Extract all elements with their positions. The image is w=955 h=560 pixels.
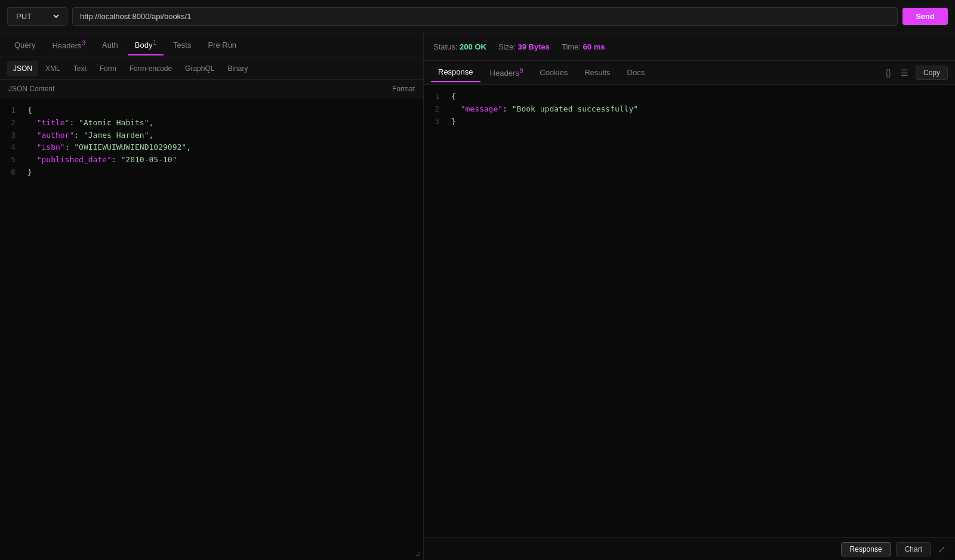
response-line-numbers: 1 2 3 bbox=[424, 91, 445, 531]
size-value: 39 Bytes bbox=[517, 42, 549, 51]
time-item: Time: 60 ms bbox=[562, 42, 605, 51]
sub-tab-form[interactable]: Form bbox=[94, 61, 122, 76]
top-bar: PUT GET POST PATCH DELETE HEAD OPTIONS S… bbox=[0, 0, 955, 33]
sub-tab-json[interactable]: JSON bbox=[7, 61, 38, 76]
method-dropdown[interactable]: PUT GET POST PATCH DELETE HEAD OPTIONS bbox=[14, 11, 61, 21]
url-input[interactable] bbox=[72, 7, 898, 26]
status-label: Status: bbox=[433, 42, 457, 51]
status-value: 200 OK bbox=[460, 42, 486, 51]
response-code-area: 1 2 3 { "message": "Book updated success… bbox=[424, 85, 955, 537]
response-code-body: { "message": "Book updated successfully"… bbox=[445, 91, 644, 531]
headers-badge: 3 bbox=[82, 40, 86, 47]
resp-tab-results[interactable]: Results bbox=[577, 63, 617, 82]
tab-headers[interactable]: Headers3 bbox=[45, 35, 93, 55]
tab-tests[interactable]: Tests bbox=[166, 36, 198, 54]
sub-tab-binary[interactable]: Binary bbox=[221, 61, 254, 76]
expand-icon[interactable]: ⤢ bbox=[936, 542, 948, 556]
resize-handle[interactable]: ⊿ bbox=[415, 549, 421, 558]
sub-tab-form-encode[interactable]: Form-encode bbox=[124, 61, 178, 76]
bottom-chart-button[interactable]: Chart bbox=[896, 542, 931, 556]
tab-pre-run[interactable]: Pre Run bbox=[201, 36, 244, 54]
tab-query[interactable]: Query bbox=[7, 36, 42, 54]
content-label: JSON Content bbox=[8, 85, 54, 93]
resp-tab-actions: {} ☰ Copy bbox=[883, 66, 948, 80]
code-body[interactable]: { "title": "Atomic Habits", "author": "J… bbox=[21, 104, 197, 554]
resp-headers-badge: 9 bbox=[520, 67, 523, 74]
format-json-icon[interactable]: {} bbox=[883, 66, 894, 80]
response-code-lines: 1 2 3 { "message": "Book updated success… bbox=[424, 85, 955, 537]
sub-tab-xml[interactable]: XML bbox=[39, 61, 66, 76]
resp-tab-docs[interactable]: Docs bbox=[620, 63, 652, 82]
line-numbers: 1 2 3 4 5 6 bbox=[0, 104, 21, 554]
code-lines: 1 2 3 4 5 6 { "title": "Atomic Habits", … bbox=[0, 98, 423, 560]
copy-button[interactable]: Copy bbox=[916, 66, 948, 80]
body-type-tabs-bar: JSON XML Text Form Form-encode GraphQL B… bbox=[0, 57, 423, 80]
content-label-bar: JSON Content Format bbox=[0, 80, 423, 98]
tab-body[interactable]: Body1 bbox=[128, 35, 164, 55]
send-button[interactable]: Send bbox=[902, 8, 948, 25]
left-panel: Query Headers3 Auth Body1 Tests Pre Run … bbox=[0, 33, 424, 560]
right-panel: Status: 200 OK Size: 39 Bytes Time: 60 m… bbox=[424, 33, 955, 560]
status-item: Status: 200 OK bbox=[433, 42, 486, 51]
response-status-bar: Status: 200 OK Size: 39 Bytes Time: 60 m… bbox=[424, 33, 955, 61]
time-value: 60 ms bbox=[583, 42, 605, 51]
request-tabs-bar: Query Headers3 Auth Body1 Tests Pre Run bbox=[0, 33, 423, 57]
format-button[interactable]: Format bbox=[392, 85, 415, 93]
method-selector[interactable]: PUT GET POST PATCH DELETE HEAD OPTIONS bbox=[7, 7, 67, 26]
resp-tab-response[interactable]: Response bbox=[431, 63, 480, 82]
json-body-editor[interactable]: 1 2 3 4 5 6 { "title": "Atomic Habits", … bbox=[0, 98, 423, 560]
bottom-response-button[interactable]: Response bbox=[841, 542, 891, 556]
more-options-icon[interactable]: ☰ bbox=[898, 66, 911, 80]
size-label: Size: bbox=[498, 42, 516, 51]
time-label: Time: bbox=[562, 42, 581, 51]
resp-tab-headers[interactable]: Headers9 bbox=[483, 63, 531, 82]
sub-tab-text[interactable]: Text bbox=[67, 61, 93, 76]
sub-tab-graphql[interactable]: GraphQL bbox=[179, 61, 220, 76]
size-item: Size: 39 Bytes bbox=[498, 42, 550, 51]
response-tabs-bar: Response Headers9 Cookies Results Docs {… bbox=[424, 61, 955, 85]
main-layout: Query Headers3 Auth Body1 Tests Pre Run … bbox=[0, 33, 955, 560]
bottom-bar: Response Chart ⤢ bbox=[424, 537, 955, 560]
tab-auth[interactable]: Auth bbox=[95, 36, 125, 54]
resp-tab-cookies[interactable]: Cookies bbox=[532, 63, 575, 82]
body-badge: 1 bbox=[153, 39, 157, 46]
